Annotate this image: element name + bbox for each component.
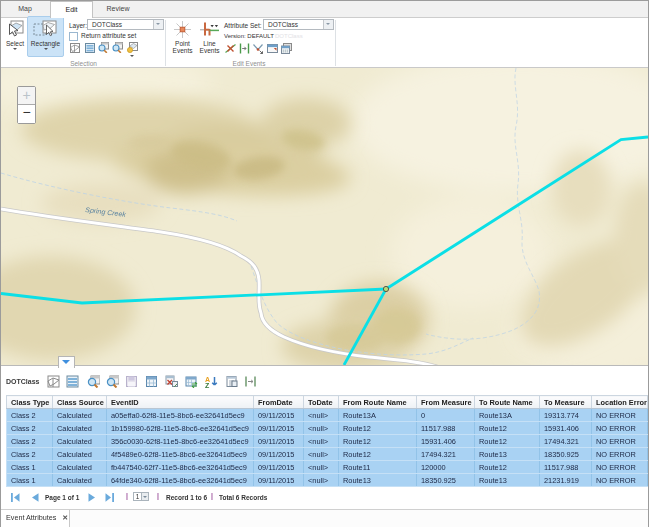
svg-text:Z: Z	[205, 382, 210, 388]
